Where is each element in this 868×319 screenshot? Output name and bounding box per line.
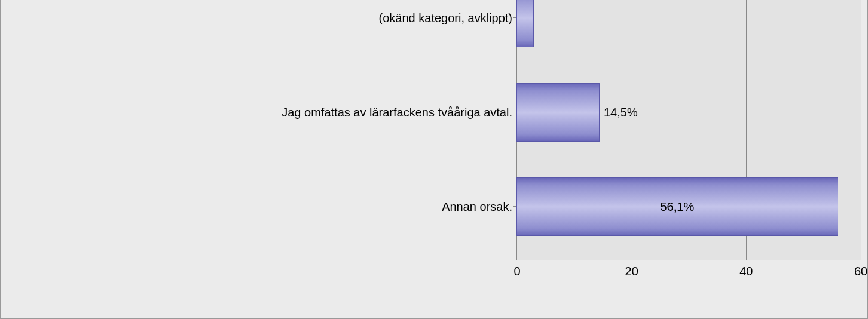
category-label: (okänd kategori, avklippt) xyxy=(379,11,512,25)
plot-area: 0204060(okänd kategori, avklippt)14,5%Ja… xyxy=(516,0,861,260)
bar xyxy=(516,0,534,47)
x-tick-label: 60 xyxy=(854,265,867,278)
gridline xyxy=(861,0,861,260)
category-label: Jag omfattas av lärarfackens tvååriga av… xyxy=(282,106,512,119)
bar: 56,1% xyxy=(516,177,838,236)
bar-value-label: 56,1% xyxy=(660,200,694,214)
bar-value-label: 14,5% xyxy=(604,106,638,119)
category-label: Annan orsak. xyxy=(442,200,512,214)
x-tick-label: 0 xyxy=(514,265,520,278)
x-tick-label: 40 xyxy=(739,265,753,278)
x-tick-label: 20 xyxy=(625,265,638,278)
chart-container: 0204060(okänd kategori, avklippt)14,5%Ja… xyxy=(0,0,868,319)
bar: 14,5% xyxy=(516,83,600,142)
